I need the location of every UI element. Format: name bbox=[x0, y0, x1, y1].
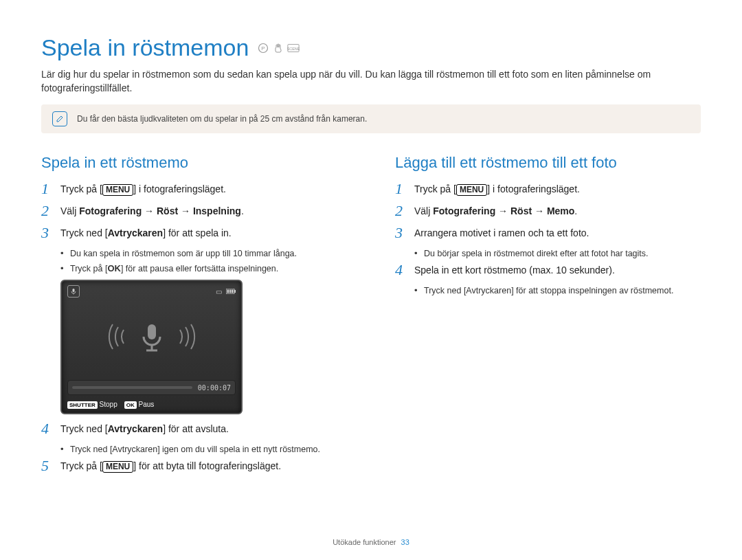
title-text: Spela in röstmemon bbox=[41, 34, 249, 61]
step-number: 2 bbox=[395, 203, 407, 219]
tip-text: Du får den bästa ljudkvaliteten om du sp… bbox=[77, 114, 367, 124]
mode-p-icon: P bbox=[257, 42, 269, 54]
step-text: Tryck på [MENU] för att byta till fotogr… bbox=[60, 458, 281, 473]
ok-key: OK bbox=[107, 262, 121, 276]
pencil-note-icon bbox=[52, 111, 67, 126]
list-item: Tryck på [OK] för att pausa eller fortsä… bbox=[60, 262, 347, 276]
left-column: Spela in ett röstmemo 1 Tryck på [MENU] … bbox=[41, 154, 347, 480]
step-number: 4 bbox=[395, 262, 407, 278]
battery-icon bbox=[226, 288, 236, 295]
sound-wave-right-icon bbox=[176, 323, 201, 355]
step-number: 3 bbox=[395, 225, 407, 240]
step-text: Välj Fotografering → Röst → Memo. bbox=[414, 203, 577, 218]
right-sub-after-3: Du börjar spela in röstmemot direkt efte… bbox=[414, 247, 701, 260]
step-text: Tryck på [MENU] i fotograferingsläget. bbox=[414, 181, 580, 196]
camera-lcd-preview: ▭ 00:00:07 bbox=[60, 280, 243, 414]
svg-text:P: P bbox=[262, 45, 265, 52]
step-number: 4 bbox=[41, 421, 54, 436]
left-step-4: 4 Tryck ned [Avtryckaren] för att avslut… bbox=[41, 421, 347, 436]
menu-key: MENU bbox=[102, 461, 133, 473]
svg-rect-7 bbox=[227, 289, 229, 293]
right-heading: Lägga till ett röstmemo till ett foto bbox=[395, 154, 701, 172]
left-step-1: 1 Tryck på [MENU] i fotograferingsläget. bbox=[41, 181, 347, 197]
svg-rect-4 bbox=[73, 289, 75, 292]
step-number: 1 bbox=[395, 181, 407, 197]
ok-key-label: OK bbox=[124, 401, 137, 409]
right-step-3: 3 Arrangera motivet i ramen och ta ett f… bbox=[395, 225, 701, 240]
microphone-large-icon bbox=[136, 322, 168, 356]
step-number: 3 bbox=[41, 225, 54, 240]
step-text: Välj Fotografering → Röst → Inspelning. bbox=[60, 203, 244, 218]
page-footer: Utökade funktioner 33 bbox=[0, 538, 742, 546]
svg-rect-8 bbox=[229, 289, 232, 293]
list-item: Du kan spela in röstmemon som är upp til… bbox=[60, 247, 347, 260]
right-sub-after-4: Tryck ned [Avtryckaren] för att stoppa i… bbox=[414, 284, 701, 297]
left-sub-after-3: Du kan spela in röstmemon som är upp til… bbox=[60, 247, 347, 276]
recording-progress: 00:00:07 bbox=[67, 380, 236, 395]
step-number: 2 bbox=[41, 203, 54, 219]
progress-bar bbox=[72, 386, 192, 389]
footer-section: Utökade funktioner bbox=[333, 538, 396, 546]
list-item: Tryck ned [Avtryckaren] för att stoppa i… bbox=[414, 284, 701, 297]
tip-box: Du får den bästa ljudkvaliteten om du sp… bbox=[41, 104, 701, 133]
left-step-5: 5 Tryck på [MENU] för att byta till foto… bbox=[41, 458, 347, 473]
right-step-1: 1 Tryck på [MENU] i fotograferingsläget. bbox=[395, 181, 701, 197]
step-text: Tryck ned [Avtryckaren] för att avsluta. bbox=[60, 421, 229, 436]
step-number: 1 bbox=[41, 181, 54, 197]
sd-card-icon: ▭ bbox=[216, 288, 222, 295]
list-item: Tryck ned [Avtryckaren] igen om du vill … bbox=[60, 443, 347, 456]
page-number: 33 bbox=[401, 538, 409, 546]
status-icons: ▭ bbox=[216, 288, 236, 295]
right-step-2: 2 Välj Fotografering → Röst → Memo. bbox=[395, 203, 701, 219]
step-number: 5 bbox=[41, 458, 54, 473]
left-heading: Spela in ett röstmemo bbox=[41, 154, 347, 172]
svg-rect-10 bbox=[234, 290, 236, 293]
mic-small-icon bbox=[67, 285, 80, 298]
mode-hand-icon bbox=[272, 42, 284, 54]
svg-rect-9 bbox=[232, 289, 234, 293]
shutter-key-label: SHUTTER bbox=[67, 401, 98, 409]
left-step-3: 3 Tryck ned [Avtryckaren] för att spela … bbox=[41, 225, 347, 240]
stop-label: Stopp bbox=[100, 401, 117, 408]
menu-key: MENU bbox=[102, 184, 133, 197]
mode-icons: P SCENE bbox=[257, 42, 300, 54]
step-text: Tryck på [MENU] i fotograferingsläget. bbox=[60, 181, 226, 196]
right-column: Lägga till ett röstmemo till ett foto 1 … bbox=[395, 154, 701, 480]
svg-rect-11 bbox=[148, 324, 156, 339]
intro-text: Lär dig hur du spelar in röstmemon som d… bbox=[41, 68, 701, 95]
step-text: Arrangera motivet i ramen och ta ett fot… bbox=[414, 225, 589, 240]
recording-time: 00:00:07 bbox=[198, 384, 231, 392]
step-text: Tryck ned [Avtryckaren] för att spela in… bbox=[60, 225, 232, 240]
left-sub-after-4: Tryck ned [Avtryckaren] igen om du vill … bbox=[60, 443, 347, 456]
paus-label: Paus bbox=[138, 401, 154, 408]
sound-wave-left-icon bbox=[103, 323, 128, 355]
page-title: Spela in röstmemon P SCENE bbox=[41, 34, 701, 61]
list-item: Du börjar spela in röstmemot direkt efte… bbox=[414, 247, 701, 260]
menu-key: MENU bbox=[456, 184, 487, 197]
svg-text:SCENE: SCENE bbox=[287, 46, 300, 50]
step-text: Spela in ett kort röstmemo (max. 10 seku… bbox=[414, 262, 615, 277]
lcd-bottom-controls: SHUTTER Stopp OK Paus bbox=[62, 398, 241, 413]
left-step-2: 2 Välj Fotografering → Röst → Inspelning… bbox=[41, 203, 347, 219]
mode-scene-icon: SCENE bbox=[287, 42, 300, 54]
right-step-4: 4 Spela in ett kort röstmemo (max. 10 se… bbox=[395, 262, 701, 278]
